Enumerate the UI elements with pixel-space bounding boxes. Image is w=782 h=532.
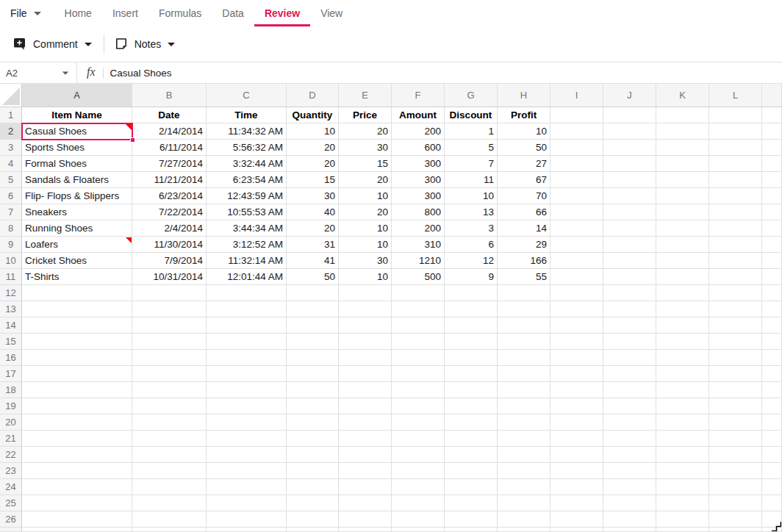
cell-G16[interactable] bbox=[445, 350, 498, 366]
cell-G8[interactable]: 3 bbox=[445, 220, 498, 237]
tab-formulas[interactable]: Formulas bbox=[148, 0, 212, 26]
cell-K6[interactable] bbox=[656, 188, 709, 204]
cell-I25[interactable] bbox=[550, 495, 603, 511]
cell-J17[interactable] bbox=[603, 366, 656, 382]
cell-E26[interactable] bbox=[339, 511, 392, 528]
cell-D7[interactable]: 40 bbox=[287, 204, 339, 220]
cell-D13[interactable] bbox=[287, 301, 339, 317]
cell-B1[interactable]: Date bbox=[132, 107, 207, 123]
cell-L12[interactable] bbox=[709, 285, 762, 301]
cell-K11[interactable] bbox=[656, 269, 709, 285]
cell-partial-15[interactable] bbox=[762, 334, 782, 350]
column-header-B[interactable]: B bbox=[132, 84, 207, 107]
cell-I20[interactable] bbox=[550, 414, 603, 431]
cell-E18[interactable] bbox=[339, 382, 392, 398]
cell-G7[interactable]: 13 bbox=[445, 204, 498, 220]
cell-H6[interactable]: 70 bbox=[498, 188, 550, 204]
cell-partial-18[interactable] bbox=[762, 382, 782, 398]
row-header-17[interactable]: 17 bbox=[0, 366, 22, 382]
cell-F5[interactable]: 300 bbox=[392, 172, 445, 188]
cell-partial-19[interactable] bbox=[762, 398, 782, 414]
cell-K25[interactable] bbox=[656, 495, 709, 511]
cell-F18[interactable] bbox=[392, 382, 445, 398]
cell-A17[interactable] bbox=[22, 366, 132, 382]
cell-L3[interactable] bbox=[709, 140, 762, 156]
cell-C2[interactable]: 11:34:32 AM bbox=[207, 123, 287, 140]
cell-H21[interactable] bbox=[498, 431, 550, 447]
name-box[interactable]: A2 bbox=[0, 62, 76, 83]
cell-F21[interactable] bbox=[392, 431, 445, 447]
cell-I10[interactable] bbox=[550, 253, 603, 269]
cell-A4[interactable]: Formal Shoes bbox=[22, 156, 132, 172]
cell-H3[interactable]: 50 bbox=[498, 140, 550, 156]
cell-L11[interactable] bbox=[709, 269, 762, 285]
cell-I3[interactable] bbox=[550, 140, 603, 156]
cell-J9[interactable] bbox=[603, 237, 656, 253]
cell-H26[interactable] bbox=[498, 511, 550, 528]
cell-B26[interactable] bbox=[132, 511, 207, 528]
cell-L9[interactable] bbox=[709, 237, 762, 253]
cell-E7[interactable]: 20 bbox=[339, 204, 392, 220]
cell-partial-14[interactable] bbox=[762, 317, 782, 334]
cell-partial-17[interactable] bbox=[762, 366, 782, 382]
cell-A26[interactable] bbox=[22, 511, 132, 528]
cell-L4[interactable] bbox=[709, 156, 762, 172]
cell-K21[interactable] bbox=[656, 431, 709, 447]
cell-partial-10[interactable] bbox=[762, 253, 782, 269]
cell-H13[interactable] bbox=[498, 301, 550, 317]
cell-E6[interactable]: 10 bbox=[339, 188, 392, 204]
cell-B4[interactable]: 7/27/2014 bbox=[132, 156, 207, 172]
cell-F20[interactable] bbox=[392, 414, 445, 431]
cell-L18[interactable] bbox=[709, 382, 762, 398]
column-header-G[interactable]: G bbox=[445, 84, 498, 107]
cell-J1[interactable] bbox=[603, 107, 656, 123]
cell-B12[interactable] bbox=[132, 285, 207, 301]
cell-A1[interactable]: Item Name bbox=[22, 107, 132, 123]
cell-F12[interactable] bbox=[392, 285, 445, 301]
cell-F3[interactable]: 600 bbox=[392, 140, 445, 156]
cell-partial-24[interactable] bbox=[762, 479, 782, 495]
cell-F10[interactable]: 1210 bbox=[392, 253, 445, 269]
cell-J23[interactable] bbox=[603, 463, 656, 479]
cell-I19[interactable] bbox=[550, 398, 603, 414]
cell-L14[interactable] bbox=[709, 317, 762, 334]
cell-K18[interactable] bbox=[656, 382, 709, 398]
cell-A18[interactable] bbox=[22, 382, 132, 398]
cell-K5[interactable] bbox=[656, 172, 709, 188]
row-header-24[interactable]: 24 bbox=[0, 479, 22, 495]
cell-J6[interactable] bbox=[603, 188, 656, 204]
cell-B7[interactable]: 7/22/2014 bbox=[132, 204, 207, 220]
cell-I7[interactable] bbox=[550, 204, 603, 220]
cell-D12[interactable] bbox=[287, 285, 339, 301]
cell-A15[interactable] bbox=[22, 334, 132, 350]
cell-L13[interactable] bbox=[709, 301, 762, 317]
cell-J24[interactable] bbox=[603, 479, 656, 495]
cell-I2[interactable] bbox=[550, 123, 603, 140]
cell-B22[interactable] bbox=[132, 447, 207, 463]
cell-H23[interactable] bbox=[498, 463, 550, 479]
column-header-A[interactable]: A bbox=[22, 84, 132, 107]
cell-E2[interactable]: 20 bbox=[339, 123, 392, 140]
cell-H14[interactable] bbox=[498, 317, 550, 334]
cell-L19[interactable] bbox=[709, 398, 762, 414]
cell-K4[interactable] bbox=[656, 156, 709, 172]
cell-H19[interactable] bbox=[498, 398, 550, 414]
cell-C20[interactable] bbox=[207, 414, 287, 431]
cell-E19[interactable] bbox=[339, 398, 392, 414]
cell-partial-16[interactable] bbox=[762, 350, 782, 366]
cell-I5[interactable] bbox=[550, 172, 603, 188]
cell-G4[interactable]: 7 bbox=[445, 156, 498, 172]
row-header-22[interactable]: 22 bbox=[0, 447, 22, 463]
cell-H15[interactable] bbox=[498, 334, 550, 350]
cell-C1[interactable]: Time bbox=[207, 107, 287, 123]
cell-I6[interactable] bbox=[550, 188, 603, 204]
cell-I14[interactable] bbox=[550, 317, 603, 334]
cell-K12[interactable] bbox=[656, 285, 709, 301]
cell-K22[interactable] bbox=[656, 447, 709, 463]
cell-partial-21[interactable] bbox=[762, 431, 782, 447]
cell-A8[interactable]: Running Shoes bbox=[22, 220, 132, 237]
cell-J5[interactable] bbox=[603, 172, 656, 188]
cell-D17[interactable] bbox=[287, 366, 339, 382]
row-header-2[interactable]: 2 bbox=[0, 123, 22, 140]
cell-D10[interactable]: 41 bbox=[287, 253, 339, 269]
